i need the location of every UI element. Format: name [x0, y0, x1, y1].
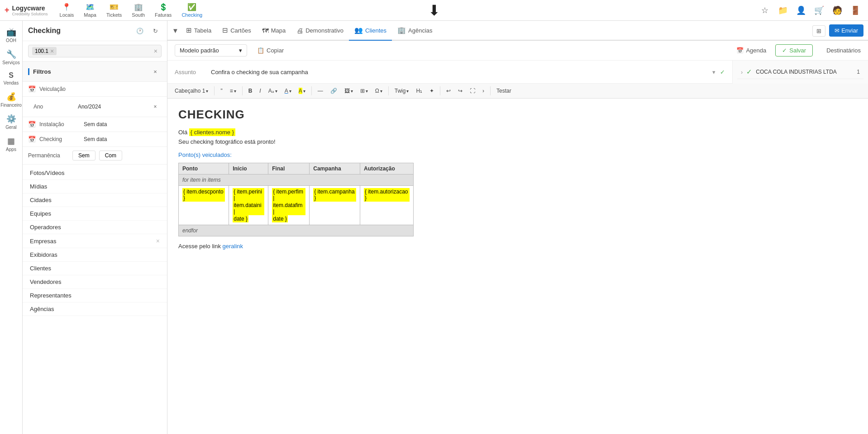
tab-tabela[interactable]: ⊞ Tabela [181, 21, 217, 41]
special-chars-btn[interactable]: Ω ▾ [372, 86, 385, 95]
copy-btn[interactable]: 📋 Copiar [252, 45, 289, 56]
sidebar-label-vendas: Vendas [4, 80, 19, 85]
col-final: Final [268, 163, 310, 175]
testar-btn[interactable]: Testar [494, 86, 514, 95]
top-nav-items: 📍Locais🗺️Mapa🎫Tickets🏢South💲Faturas✅Chec… [55, 1, 207, 19]
italic-btn[interactable]: I [257, 86, 263, 95]
table-btn[interactable]: ⊞ ▾ [358, 86, 371, 95]
sidebar-item-ooh[interactable]: 📺 OOH [1, 24, 21, 46]
subject-label: Assunto [175, 69, 206, 75]
special2-btn[interactable]: ✦ [427, 86, 437, 95]
salvar-btn[interactable]: ✓ Salvar [775, 44, 813, 57]
history-icon-btn[interactable]: 🕐 [134, 24, 146, 37]
tag-remove-btn[interactable]: × [50, 48, 54, 54]
list-item-operadores[interactable]: Operadores [23, 221, 167, 234]
geralink[interactable]: geralink [223, 243, 243, 250]
expand-btn[interactable]: › [480, 86, 487, 95]
sidebar-item-financeiro[interactable]: 💰 Financeiro [1, 89, 21, 110]
tab-clientes[interactable]: 👥 Clientes [349, 21, 392, 41]
highlight-btn[interactable]: A ▾ [296, 86, 308, 95]
list-item-cidades[interactable]: Cidades [23, 193, 167, 207]
sidebar-icons: 📺 OOH 🔧 Serviços S Vendas 💰 Financeiro ⚙… [0, 21, 23, 434]
align-chevron-icon: ▾ [234, 89, 236, 94]
list-item-close-empresas[interactable]: × [156, 237, 160, 245]
nav-item-locais[interactable]: 📍Locais [55, 1, 79, 19]
agenda-label: Agenda [746, 47, 766, 54]
list-item-exibidoras[interactable]: Exibidoras [23, 248, 167, 262]
tab-mapa[interactable]: 🗺 Mapa [257, 21, 291, 41]
link-btn[interactable]: 🔗 [328, 86, 340, 95]
nav-item-tickets[interactable]: 🎫Tickets [102, 1, 126, 19]
list-item-agencias[interactable]: Agências [23, 302, 167, 316]
enviar-btn[interactable]: ✉ Enviar [829, 24, 863, 37]
bold-btn[interactable]: B [246, 86, 255, 95]
tag-clear-btn[interactable]: × [154, 47, 157, 55]
sidebar-item-servicos[interactable]: 🔧 Serviços [1, 47, 21, 68]
ano-remove-btn[interactable]: × [149, 100, 162, 113]
tabela-icon: ⊞ [186, 26, 192, 34]
nav-item-south[interactable]: 🏢South [127, 1, 149, 19]
nav-item-mapa[interactable]: 🗺️Mapa [79, 1, 101, 19]
image-btn[interactable]: 🖼 ▾ [342, 86, 356, 95]
filter-icon[interactable]: ▼ [172, 27, 179, 34]
model-select[interactable]: Modelo padrão ▾ [175, 44, 247, 57]
fontsize-btn[interactable]: Aₐ ▾ [266, 86, 280, 95]
tab-agencias[interactable]: 🏢 Agências [392, 21, 438, 41]
folder-icon-btn[interactable]: 📁 [775, 2, 791, 19]
recipient-expand-icon[interactable]: › [741, 69, 743, 75]
tab-cartoes[interactable]: ⊟ Cartões [217, 21, 257, 41]
filter-ano: . Ano Ano/2024 × [23, 97, 167, 117]
geral-icon: ⚙️ [6, 114, 16, 124]
heading-btn[interactable]: Cabeçalho 1 ▾ [172, 86, 211, 95]
perm-sem-btn[interactable]: Sem [72, 151, 95, 160]
page-layout: 📺 OOH 🔧 Serviços S Vendas 💰 Financeiro ⚙… [0, 21, 868, 434]
undo-btn[interactable]: ↩ [444, 86, 453, 95]
cart-icon-btn[interactable]: 🛒 [811, 2, 827, 19]
tag-input[interactable]: 100.1 × × [28, 45, 162, 57]
fontcolor-btn[interactable]: A ▾ [282, 86, 294, 95]
item-perini: { item.perini | [233, 188, 264, 202]
nav-item-faturas[interactable]: 💲Faturas [150, 1, 176, 19]
sidebar-item-vendas[interactable]: S Vendas [1, 69, 21, 88]
agenda-btn[interactable]: 📅 Agenda [732, 45, 771, 56]
refresh-icon-btn[interactable]: ↻ [149, 24, 162, 37]
list-item-empresas[interactable]: Empresas× [23, 234, 167, 248]
list-item-equipes[interactable]: Equipes [23, 207, 167, 221]
redo-btn[interactable]: ↪ [455, 86, 465, 95]
star-icon-btn[interactable]: ☆ [757, 2, 773, 19]
list-item-clientes[interactable]: Clientes [23, 262, 167, 275]
list-item-midias[interactable]: Mídias [23, 180, 167, 193]
table-header-row: Ponto Início Final Campanha Autorização [179, 163, 414, 175]
h1-btn[interactable]: H₁ [413, 86, 425, 95]
perm-com-btn[interactable]: Com [99, 151, 122, 160]
recipients-panel: › ✓ COCA COLA INDUSTRIAS LTDA 1 [732, 61, 868, 84]
enviar-label: Enviar [841, 27, 858, 34]
align-btn[interactable]: ≡ ▾ [227, 86, 239, 95]
tab-demonstrativo[interactable]: 🖨 Demonstrativo [291, 21, 349, 41]
sidebar-item-geral[interactable]: ⚙️ Geral [1, 111, 21, 132]
filtros-close-btn[interactable]: × [149, 65, 162, 78]
twig-btn[interactable]: Twig ▾ [392, 86, 412, 95]
item-date1: date } [233, 215, 248, 222]
subject-row: Assunto Confira o checking de sua campan… [167, 61, 732, 84]
nav-item-checking[interactable]: ✅Checking [177, 1, 207, 19]
list-item-label-agencias: Agências [30, 306, 54, 312]
grid-toggle-btn[interactable]: ⊞ [812, 25, 825, 37]
list-item-fotos[interactable]: Fotos/Vídeos [23, 166, 167, 180]
sep5 [440, 86, 440, 95]
hr-btn[interactable]: — [315, 86, 326, 95]
list-item-vendedores[interactable]: Vendedores [23, 275, 167, 289]
sep6 [490, 86, 491, 95]
person2-icon-btn[interactable]: 🧑 [829, 2, 845, 19]
blockquote-btn[interactable]: " [218, 86, 225, 95]
person-icon-btn[interactable]: 👤 [793, 2, 809, 19]
fullscreen-btn[interactable]: ⛶ [467, 86, 478, 95]
logout-icon-btn[interactable]: 🚪 [847, 2, 863, 19]
sidebar-item-apps[interactable]: ▦ Apps [1, 133, 21, 155]
list-item-label-equipes: Equipes [30, 210, 51, 217]
list-item-representantes[interactable]: Representantes [23, 289, 167, 302]
subject-chevron-icon[interactable]: ▾ [712, 69, 715, 75]
fontcolor-chevron-icon: ▾ [289, 89, 291, 94]
list-item-label-cidades: Cidades [30, 197, 52, 203]
calendar-icon: 📅 [28, 85, 36, 93]
